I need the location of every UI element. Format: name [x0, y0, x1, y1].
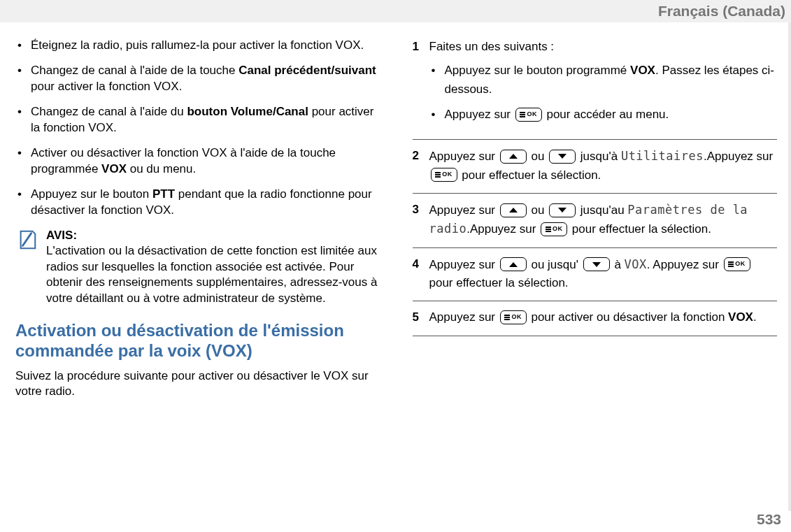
intro-paragraph: Suivez la procédure suivante pour active… [15, 368, 380, 400]
text: . Appuyez sur [647, 258, 722, 271]
menu-ok-key-icon: OK [431, 168, 457, 182]
up-key-icon [500, 257, 527, 271]
list-item: Activer ou désactiver la fonction VOX à … [15, 145, 380, 177]
text: pour effectuer la sélection. [459, 168, 601, 182]
bold-text: bouton Volume/Canal [187, 105, 308, 118]
note-icon [17, 229, 38, 250]
notice-block: AVIS: L'activation ou la désactivation d… [15, 228, 380, 306]
header-bar: Français (Canada) [0, 0, 791, 22]
text: Appuyez sur le bouton programmé [445, 64, 631, 77]
text: Appuyez sur [429, 203, 499, 217]
notice-text: L'activation ou la désactivation de cett… [46, 244, 377, 304]
menu-ok-key-icon: OK [500, 310, 527, 324]
text: pour effectuer la sélection. [569, 222, 711, 236]
down-key-icon [549, 203, 576, 217]
procedure-steps: Faites un des suivants : Appuyez sur le … [413, 38, 778, 336]
notice-body: AVIS: L'activation ou la désactivation d… [46, 228, 380, 306]
text: Éteignez la radio, puis rallumez-la pour… [31, 38, 364, 52]
text: ou du menu. [127, 162, 196, 175]
list-item: Changez de canal à l'aide de la touche C… [15, 63, 380, 94]
text: Appuyez sur [429, 258, 499, 271]
bold-text: Canal précédent/suivant [238, 64, 376, 77]
menu-ok-key-icon: OK [724, 257, 750, 271]
up-key-icon [500, 150, 527, 164]
up-key-icon [500, 203, 527, 217]
lcd-text: VOX [625, 257, 647, 271]
right-column: Faites un des suivants : Appuyez sur le … [413, 38, 778, 504]
down-key-icon [549, 150, 576, 164]
bold-text: PTT [152, 187, 175, 201]
text: Appuyez sur [429, 150, 499, 163]
notice-title: AVIS: [46, 229, 77, 242]
list-item: Changez de canal à l'aide du bouton Volu… [15, 104, 380, 136]
bold-text: VOX [630, 64, 655, 77]
menu-ok-key-icon: OK [541, 222, 567, 236]
text: Appuyez sur [445, 108, 514, 121]
left-column: Éteignez la radio, puis rallumez-la pour… [15, 38, 380, 504]
text: ou [528, 150, 548, 163]
list-item: Appuyez sur OK pour accéder au menu. [429, 106, 778, 124]
text: Appuyez sur [429, 310, 499, 324]
step-3: Appuyez sur ou jusqu'au Paramètres de la… [413, 194, 778, 248]
text: ou [528, 203, 548, 217]
text: à [611, 258, 625, 271]
page-number: 533 [757, 511, 781, 528]
bold-text: VOX [101, 162, 127, 175]
section-heading: Activation ou désactivation de l'émissio… [15, 320, 380, 361]
text: jusqu'à [577, 150, 621, 163]
right-margin-strip [788, 22, 791, 511]
step-1: Faites un des suivants : Appuyez sur le … [413, 38, 778, 140]
step1-options: Appuyez sur le bouton programmé VOX. Pas… [429, 62, 778, 124]
text: .Appuyez sur [704, 150, 773, 163]
menu-ok-key-icon: OK [515, 108, 542, 122]
text: pour activer ou désactiver la fonction [528, 310, 728, 324]
text: Changez de canal à l'aide de la touche [31, 64, 238, 77]
list-item: Appuyez sur le bouton PTT pendant que la… [15, 187, 380, 218]
text: pour activer la fonction VOX. [31, 80, 182, 93]
text: Changez de canal à l'aide du [31, 105, 187, 118]
down-key-icon [583, 257, 610, 271]
step-5: Appuyez sur OK pour activer ou désactive… [413, 301, 778, 336]
vox-notes-list: Éteignez la radio, puis rallumez-la pour… [15, 38, 380, 218]
text: pour effectuer la sélection. [429, 276, 569, 289]
language-label: Français (Canada) [658, 3, 785, 20]
text: Appuyez sur le bouton [31, 187, 152, 201]
step-lead: Faites un des suivants : [429, 40, 555, 53]
list-item: Appuyez sur le bouton programmé VOX. Pas… [429, 62, 778, 99]
text: jusqu'au [577, 203, 627, 217]
bold-text: VOX [728, 310, 753, 324]
page-body: Éteignez la radio, puis rallumez-la pour… [0, 22, 791, 511]
lcd-text: Utilitaires [621, 149, 704, 163]
step-2: Appuyez sur ou jusqu'à Utilitaires.Appuy… [413, 140, 778, 194]
text: ou jusqu' [528, 258, 582, 271]
list-item: Éteignez la radio, puis rallumez-la pour… [15, 38, 380, 53]
text: .Appuyez sur [466, 222, 539, 236]
text: . [753, 310, 757, 324]
text: pour accéder au menu. [543, 108, 669, 121]
step-4: Appuyez sur ou jusqu' à VOX. Appuyez sur… [413, 248, 778, 302]
